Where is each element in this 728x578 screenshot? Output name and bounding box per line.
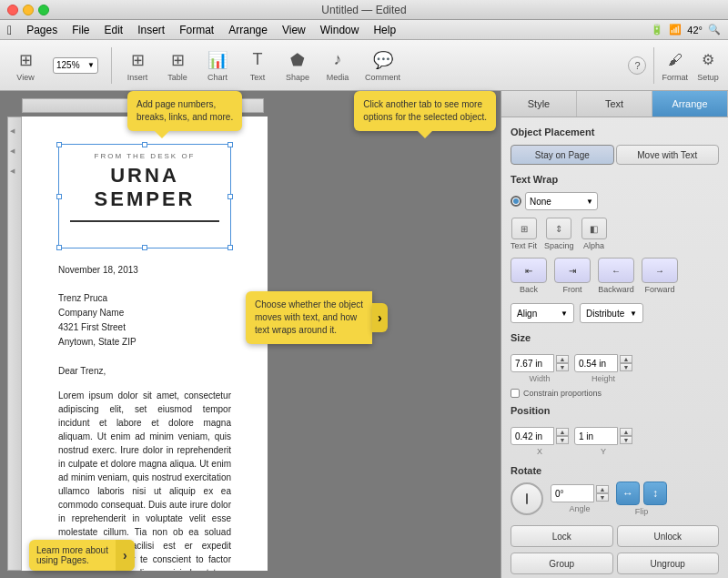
flip-horizontal-btn[interactable]: ↔ xyxy=(616,482,640,505)
x-up[interactable]: ▲ xyxy=(556,428,569,436)
menu-file[interactable]: File xyxy=(72,24,89,36)
wrap-radio-none[interactable] xyxy=(511,196,521,207)
x-input[interactable]: 0.42 in xyxy=(511,427,554,445)
tab-text[interactable]: Text xyxy=(577,91,652,117)
tooltip-insert: Add page numbers, breaks, links, and mor… xyxy=(127,91,242,131)
handle-ml[interactable] xyxy=(56,194,62,199)
wrap-tooltip: Choose whether the objectmoves with text… xyxy=(246,291,372,344)
handle-tm[interactable] xyxy=(142,142,147,147)
lock-btn[interactable]: Lock xyxy=(511,525,613,547)
tab-arrange[interactable]: Arrange xyxy=(652,91,728,117)
width-input-stepper: 7.67 in ▲ ▼ xyxy=(511,354,569,372)
group-btn[interactable]: Group xyxy=(511,553,613,574)
view-icon[interactable]: ⊞ xyxy=(13,49,38,71)
constrain-proportions: Constrain proportions xyxy=(511,389,719,398)
learn-more-arrow-button[interactable]: › xyxy=(116,540,135,571)
handle-mr[interactable] xyxy=(228,194,233,199)
handle-bl[interactable] xyxy=(56,245,62,250)
alpha-icon[interactable]: ◧ xyxy=(581,218,607,239)
battery-icon: 🔋 xyxy=(651,24,663,35)
handle-tl[interactable] xyxy=(56,142,62,147)
doc-scroll-area[interactable]: FROM THE DESK OF URNA SEMPER November 18… xyxy=(22,117,268,571)
height-up[interactable]: ▲ xyxy=(620,355,632,363)
flip-buttons: ↔ ↕ xyxy=(616,482,667,505)
front-btn[interactable]: ⇥ xyxy=(554,258,591,283)
menu-help[interactable]: Help xyxy=(373,24,396,36)
width-up[interactable]: ▲ xyxy=(556,355,569,363)
shape-icon[interactable]: ⬟ xyxy=(285,49,310,71)
chart-icon[interactable]: 📊 xyxy=(205,49,230,71)
spotlight-icon[interactable]: 🔍 xyxy=(708,24,721,35)
height-input[interactable]: 0.54 in xyxy=(574,354,618,372)
y-label: Y xyxy=(574,447,632,456)
y-up[interactable]: ▲ xyxy=(620,428,632,436)
tab-style[interactable]: Style xyxy=(501,91,577,117)
menu-view[interactable]: View xyxy=(282,24,306,36)
wrap-select-none[interactable]: None ▼ xyxy=(525,192,598,210)
align-select[interactable]: Align ▼ xyxy=(511,303,574,323)
width-down[interactable]: ▼ xyxy=(556,363,569,371)
format-icon-group[interactable]: 🖌 Format xyxy=(662,49,688,82)
x-down[interactable]: ▼ xyxy=(556,436,569,444)
constrain-checkbox[interactable] xyxy=(511,389,520,398)
back-btn[interactable]: ⇤ xyxy=(511,258,547,283)
text-wrap-title: Text Wrap xyxy=(511,174,719,185)
menu-format[interactable]: Format xyxy=(179,24,214,36)
text-icon[interactable]: T xyxy=(245,49,270,71)
insert-icon[interactable]: ⊞ xyxy=(125,49,150,71)
menu-arrange[interactable]: Arrange xyxy=(228,24,268,36)
forward-btn[interactable]: → xyxy=(642,258,678,283)
height-down[interactable]: ▼ xyxy=(620,363,632,371)
menu-window[interactable]: Window xyxy=(320,24,359,36)
width-input[interactable]: 7.67 in xyxy=(511,354,554,372)
menu-insert[interactable]: Insert xyxy=(137,24,165,36)
close-button[interactable] xyxy=(7,5,18,15)
letter-date: November 18, 2013 xyxy=(58,263,231,277)
angle-wheel[interactable] xyxy=(511,482,543,515)
apple-menu[interactable]:  xyxy=(7,23,12,37)
traffic-lights[interactable] xyxy=(7,5,49,15)
handle-bm[interactable] xyxy=(142,245,147,250)
maximize-button[interactable] xyxy=(38,5,49,15)
setup-icon-group[interactable]: ⚙ Setup xyxy=(695,49,721,82)
backward-label: Backward xyxy=(598,285,634,294)
handle-br[interactable] xyxy=(228,245,233,250)
wrap-tooltip-arrow-button[interactable]: › xyxy=(372,303,388,332)
minimize-button[interactable] xyxy=(23,5,34,15)
angle-up[interactable]: ▲ xyxy=(596,485,609,493)
media-icon[interactable]: ♪ xyxy=(325,49,350,71)
width-label: Width xyxy=(511,374,569,383)
insert-label: Insert xyxy=(127,73,148,82)
y-input-stepper: 1 in ▲ ▼ xyxy=(574,427,632,445)
help-button[interactable]: ? xyxy=(628,56,646,75)
table-icon[interactable]: ⊞ xyxy=(165,49,190,71)
setup-icon: ⚙ xyxy=(695,49,721,71)
y-down[interactable]: ▼ xyxy=(620,436,632,444)
stay-on-page-btn[interactable]: Stay on Page xyxy=(511,145,614,165)
backward-btn[interactable]: ← xyxy=(598,258,634,283)
ungroup-btn[interactable]: Ungroup xyxy=(617,553,720,574)
city-state-zip: Anytown, State ZIP xyxy=(58,335,231,350)
position-header: Position xyxy=(511,405,719,423)
letterhead-name: URNA SEMPER xyxy=(70,164,219,211)
menu-pages[interactable]: Pages xyxy=(26,24,57,36)
distribute-select[interactable]: Distribute ▼ xyxy=(580,303,643,323)
spacing-icon[interactable]: ⇕ xyxy=(546,218,571,239)
angle-down[interactable]: ▼ xyxy=(596,493,609,502)
handle-tr[interactable] xyxy=(228,142,233,147)
zoom-box[interactable]: 125% ▼ xyxy=(53,57,98,74)
menu-edit[interactable]: Edit xyxy=(105,24,124,36)
doc-area: ◀ ◀ ◀ xyxy=(0,91,500,578)
selected-letterhead-bar[interactable]: FROM THE DESK OF URNA SEMPER xyxy=(58,144,231,248)
angle-input[interactable]: 0° xyxy=(551,484,594,502)
menubar-right: 🔋 📶 42° 🔍 xyxy=(651,24,721,35)
company-name: Company Name xyxy=(58,306,231,320)
x-group: 0.42 in ▲ ▼ X xyxy=(511,427,569,456)
flip-vertical-btn[interactable]: ↕ xyxy=(643,482,667,505)
y-input[interactable]: 1 in xyxy=(574,427,618,445)
text-fit-icon[interactable]: ⊞ xyxy=(511,218,537,239)
move-with-text-btn[interactable]: Move with Text xyxy=(616,145,720,165)
comment-icon[interactable]: 💬 xyxy=(370,49,396,71)
right-sidebar: Style Text Arrange Object Placement Stay… xyxy=(500,91,728,578)
unlock-btn[interactable]: Unlock xyxy=(617,525,720,547)
